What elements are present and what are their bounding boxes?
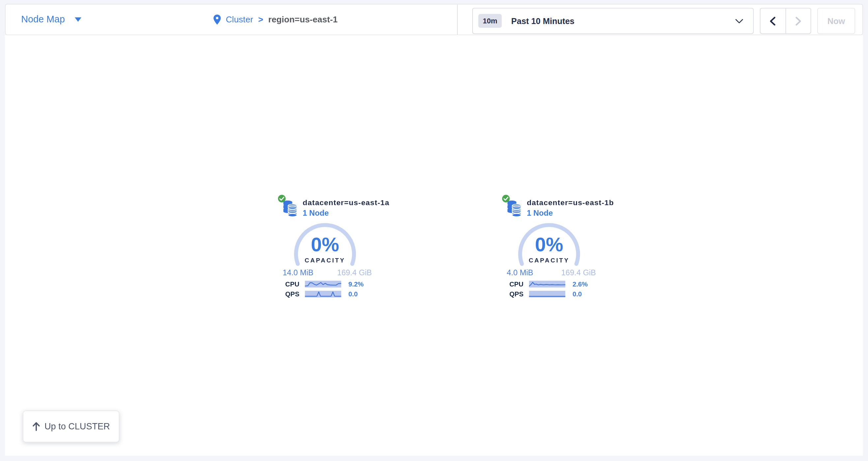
time-window-badge: 10m [478,14,501,28]
cpu-metric-row: CPU 9.2% [277,279,411,288]
time-step-back-button[interactable] [760,8,786,33]
location-pin-icon [214,14,221,25]
header-divider [457,5,458,35]
locality-title: datacenter=us-east-1a [303,198,390,206]
view-selector-label: Node Map [21,14,65,25]
cpu-metric-row: CPU 2.6% [501,279,635,288]
qps-sparkline [529,291,565,297]
cpu-sparkline [529,281,565,288]
capacity-used: 14.0 MiB [283,268,313,277]
capacity-percent: 0% [516,234,583,254]
capacity-used: 4.0 MiB [507,268,533,277]
node-map-page: Node Map Cluster > region=us-east-1 10m … [0,0,868,461]
time-step-button-group [760,8,811,34]
locality-node-count: 1 Node [303,208,329,217]
locality-card-us-east-1b[interactable]: datacenter=us-east-1b 1 Node 0% CAPACITY… [501,193,635,305]
breadcrumb-cluster-link[interactable]: Cluster [226,14,253,24]
chevron-down-icon [735,19,743,24]
view-selector-dropdown[interactable]: Node Map [21,5,82,35]
header-bar: Node Map Cluster > region=us-east-1 10m … [5,4,863,35]
up-to-cluster-label: Up to CLUSTER [44,422,110,431]
locality-card-us-east-1a[interactable]: datacenter=us-east-1a 1 Node 0% CAPACITY… [277,193,411,305]
capacity-label: CAPACITY [516,257,583,263]
capacity-available: 169.4 GiB [561,268,596,277]
breadcrumb-separator: > [258,14,263,24]
locality-node-count: 1 Node [527,208,553,217]
time-window-label: Past 10 Minutes [511,16,575,26]
locality-title: datacenter=us-east-1b [527,198,614,206]
time-step-forward-button[interactable] [786,8,810,33]
capacity-label: CAPACITY [292,257,359,263]
qps-label: QPS [277,290,300,298]
cpu-value: 9.2% [348,280,364,288]
database-stack-icon [506,200,522,217]
qps-sparkline [305,291,341,297]
arrow-up-icon [32,422,40,431]
breadcrumb-current-locality: region=us-east-1 [268,14,338,24]
chevron-right-icon [796,17,801,25]
cpu-label: CPU [501,280,524,288]
qps-value: 0.0 [348,290,358,298]
capacity-values: 14.0 MiB 169.4 GiB [283,268,372,277]
cpu-sparkline [305,281,341,288]
now-button[interactable]: Now [817,8,855,34]
qps-value: 0.0 [572,290,582,298]
capacity-available: 169.4 GiB [337,268,372,277]
time-window-dropdown[interactable]: 10m Past 10 Minutes [472,8,754,34]
qps-metric-row: QPS 0.0 [501,290,635,298]
cpu-label: CPU [277,280,300,288]
caret-down-icon [75,17,82,22]
up-to-cluster-button[interactable]: Up to CLUSTER [23,410,119,442]
node-map-canvas [5,35,863,456]
qps-label: QPS [501,290,524,298]
breadcrumb: Cluster > region=us-east-1 [214,5,338,35]
cpu-value: 2.6% [572,280,588,288]
chevron-left-icon [770,17,776,25]
capacity-values: 4.0 MiB 169.4 GiB [507,268,596,277]
database-stack-icon [282,200,298,217]
qps-metric-row: QPS 0.0 [277,290,411,298]
capacity-percent: 0% [292,234,359,254]
